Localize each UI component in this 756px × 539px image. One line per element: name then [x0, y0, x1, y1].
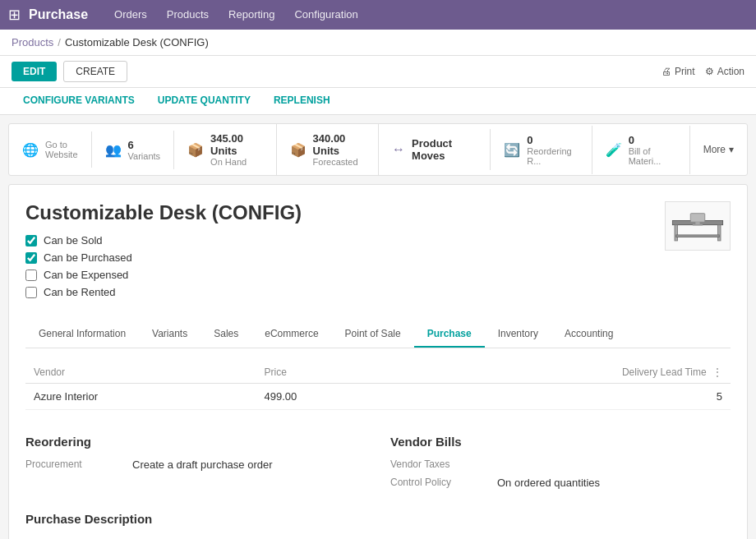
can-be-sold-checkbox[interactable]	[25, 235, 37, 246]
nav-configuration[interactable]: Configuration	[284, 0, 367, 30]
vendor-name-cell: Azure Interior	[25, 384, 256, 410]
stat-bom[interactable]: 🧪 0 Bill of Materi...	[592, 126, 690, 174]
column-menu-icon[interactable]: ⋮	[712, 366, 722, 378]
checkbox-can-be-expensed: Can be Expensed	[25, 269, 302, 281]
vendor-table-body: Azure Interior 499.00 5	[25, 384, 731, 410]
print-button[interactable]: 🖨 Print	[662, 66, 695, 77]
can-be-rented-checkbox[interactable]	[25, 287, 37, 298]
tab-point-of-sale[interactable]: Point of Sale	[332, 321, 414, 348]
procurement-value: Create a draft purchase order	[132, 458, 273, 471]
checkbox-can-be-purchased: Can be Purchased	[25, 251, 302, 264]
procurement-field: Procurement Create a draft purchase orde…	[25, 458, 366, 471]
main-content: Customizable Desk (CONFIG) Can be Sold C…	[8, 184, 748, 539]
app-name: Purchase	[29, 7, 88, 22]
can-be-purchased-checkbox[interactable]	[25, 252, 37, 264]
app-grid-icon[interactable]: ⊞	[8, 6, 21, 24]
vendor-bills-title: Vendor Bills	[390, 435, 731, 449]
vendor-col-header: Vendor	[25, 362, 256, 384]
lead-time-cell: 5	[397, 384, 731, 410]
stat-product-moves-text: Product Moves	[412, 137, 477, 162]
desk-illustration	[669, 205, 726, 246]
table-row[interactable]: Azure Interior 499.00 5	[25, 384, 731, 410]
stat-bom-text: 0 Bill of Materi...	[629, 134, 676, 166]
tab-ecommerce[interactable]: eCommerce	[251, 321, 331, 348]
action-bar-right: 🖨 Print ⚙ Action	[662, 66, 744, 77]
checkbox-can-be-rented: Can be Rented	[25, 286, 302, 298]
svg-rect-4	[690, 214, 705, 223]
reordering-section: Reordering Procurement Create a draft pu…	[25, 435, 366, 495]
stat-forecasted-text: 340.00 Units Forecasted	[313, 132, 365, 167]
product-title: Customizable Desk (CONFIG)	[25, 201, 302, 224]
can-be-purchased-label: Can be Purchased	[44, 251, 132, 264]
stat-website[interactable]: 🌐 Go to Website	[9, 131, 92, 168]
stat-reordering-text: 0 Reordering R...	[527, 134, 578, 166]
checkbox-can-be-sold: Can be Sold	[25, 234, 302, 246]
tabs: General Information Variants Sales eComm…	[25, 321, 731, 348]
can-be-expensed-label: Can be Expensed	[44, 269, 128, 281]
stat-reordering[interactable]: 🔄 0 Reordering R...	[491, 126, 592, 174]
nav-reporting[interactable]: Reporting	[219, 0, 284, 30]
flask-icon: 🧪	[606, 142, 622, 158]
tab-general-information[interactable]: General Information	[25, 321, 139, 348]
box-icon: 📦	[187, 142, 204, 158]
tab-inventory[interactable]: Inventory	[485, 321, 551, 348]
control-policy-value: On ordered quantities	[497, 477, 600, 489]
price-col-header: Price	[256, 362, 397, 384]
purchase-description-title: Purchase Description	[25, 512, 731, 526]
arrows-icon: ↔	[392, 142, 405, 157]
more-button[interactable]: More ▾	[690, 136, 747, 164]
procurement-label: Procurement	[25, 458, 132, 471]
can-be-sold-label: Can be Sold	[44, 234, 103, 246]
svg-rect-3	[676, 235, 720, 237]
tab-variants[interactable]: Variants	[139, 321, 201, 348]
chevron-down-icon: ▾	[729, 144, 734, 155]
vendor-taxes-field: Vendor Taxes	[390, 458, 731, 470]
sub-nav: CONFIGURE VARIANTS UPDATE QUANTITY REPLE…	[0, 88, 756, 115]
vendor-table-header-row: Vendor Price Delivery Lead Time ⋮	[25, 362, 731, 384]
stat-website-text: Go to Website	[45, 140, 78, 159]
vendor-table: Vendor Price Delivery Lead Time ⋮ Azure …	[25, 362, 731, 410]
breadcrumb-parent[interactable]: Products	[12, 36, 53, 48]
sub-nav-configure-variants[interactable]: CONFIGURE VARIANTS	[12, 88, 146, 114]
action-bar: EDIT CREATE 🖨 Print ⚙ Action	[0, 56, 756, 88]
product-info: Customizable Desk (CONFIG) Can be Sold C…	[25, 201, 302, 308]
action-bar-left: EDIT CREATE	[12, 61, 127, 82]
control-policy-label: Control Policy	[390, 477, 497, 489]
control-policy-field: Control Policy On ordered quantities	[390, 477, 731, 489]
can-be-rented-label: Can be Rented	[44, 286, 115, 298]
gear-icon: ⚙	[705, 66, 714, 77]
svg-rect-1	[675, 225, 678, 241]
tab-purchase[interactable]: Purchase	[414, 321, 485, 348]
refresh-icon: 🔄	[504, 142, 520, 158]
edit-button[interactable]: EDIT	[12, 62, 57, 81]
stat-forecasted[interactable]: 📦 340.00 Units Forecasted	[277, 124, 379, 175]
stat-on-hand[interactable]: 📦 345.00 Units On Hand	[174, 124, 276, 175]
people-icon: 👥	[105, 142, 122, 158]
product-header: Customizable Desk (CONFIG) Can be Sold C…	[25, 201, 731, 308]
breadcrumb: Products / Customizable Desk (CONFIG)	[0, 30, 756, 56]
action-button[interactable]: ⚙ Action	[705, 66, 744, 77]
can-be-expensed-checkbox[interactable]	[25, 270, 37, 281]
product-image	[665, 201, 731, 251]
nav-products[interactable]: Products	[157, 0, 219, 30]
stat-product-moves[interactable]: ↔ Product Moves	[379, 129, 491, 170]
tab-sales[interactable]: Sales	[201, 321, 251, 348]
top-nav: ⊞ Purchase Orders Products Reporting Con…	[0, 0, 756, 30]
nav-orders[interactable]: Orders	[104, 0, 157, 30]
svg-rect-2	[718, 225, 721, 241]
sub-nav-replenish[interactable]: REPLENISH	[262, 88, 342, 114]
create-button[interactable]: CREATE	[63, 61, 127, 82]
checkbox-group: Can be Sold Can be Purchased Can be Expe…	[25, 234, 302, 298]
tab-accounting[interactable]: Accounting	[551, 321, 626, 348]
forecast-icon: 📦	[290, 142, 307, 158]
globe-icon: 🌐	[22, 142, 39, 158]
breadcrumb-separator: /	[58, 36, 61, 48]
vendor-taxes-label: Vendor Taxes	[390, 458, 497, 470]
print-icon: 🖨	[662, 66, 671, 77]
vendor-table-header: Vendor Price Delivery Lead Time ⋮	[25, 362, 731, 384]
lead-time-col-header: Delivery Lead Time ⋮	[397, 362, 731, 384]
sub-nav-update-quantity[interactable]: UPDATE QUANTITY	[146, 88, 262, 114]
svg-rect-6	[693, 224, 703, 226]
stat-variants[interactable]: 👥 6 Variants	[92, 131, 175, 169]
stat-variants-text: 6 Variants	[128, 139, 161, 161]
